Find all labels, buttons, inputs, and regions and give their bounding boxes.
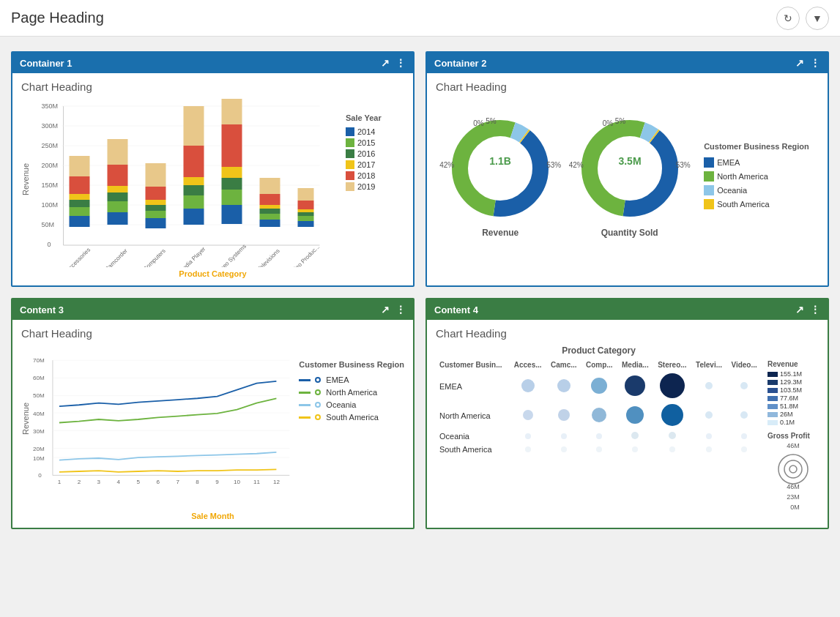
row-header-label: Customer Busin... — [436, 359, 510, 371]
expand-icon-4[interactable]: ↗ — [795, 304, 804, 315]
line-legend-na: North America — [299, 388, 404, 397]
legend-title: Sale Year — [346, 113, 404, 122]
svg-text:6: 6 — [156, 479, 160, 485]
content-4-chart-heading: Chart Heading — [436, 327, 819, 340]
dot-oceania-stereo — [653, 430, 691, 443]
row-label-oceania: Oceania — [436, 430, 510, 443]
dot-oceania-camc — [546, 430, 581, 443]
col-header-camc: Camc... — [546, 359, 581, 371]
svg-rect-17 — [70, 216, 90, 227]
content-3-body: Chart Heading Revenue — [12, 320, 413, 528]
svg-rect-42 — [222, 190, 242, 205]
container-2-title: Container 2 — [434, 58, 487, 69]
svg-rect-58 — [298, 188, 314, 201]
dot-sa-comp — [581, 443, 617, 456]
svg-text:60M: 60M — [33, 375, 45, 381]
svg-rect-19 — [70, 200, 90, 207]
donut-svg-revenue: 1.1B — [445, 113, 555, 223]
table-row-sa: South America — [436, 443, 762, 456]
svg-text:5: 5 — [136, 479, 140, 485]
more-icon-3[interactable]: ⋮ — [395, 304, 406, 315]
container-1-body: Chart Heading Revenue — [12, 73, 413, 285]
svg-text:350M: 350M — [42, 102, 59, 110]
svg-rect-46 — [222, 99, 242, 124]
container-2-chart-heading: Chart Heading — [436, 81, 819, 93]
svg-text:20M: 20M — [33, 446, 45, 452]
legend-item-2016: 2016 — [346, 149, 404, 158]
expand-icon-2[interactable]: ↗ — [795, 57, 804, 69]
col-header-televi: Televi... — [691, 359, 726, 371]
svg-point-106 — [784, 460, 802, 478]
svg-text:9: 9 — [215, 479, 219, 485]
donut-quantity: 3.5M 5% 0% 42% 53% Quantity Sold — [575, 113, 685, 238]
table-row-emea: EMEA — [436, 371, 762, 402]
dot-matrix-table: Customer Busin... Acces... Camc... Comp.… — [436, 359, 762, 456]
row-label-sa: South America — [436, 443, 510, 456]
more-icon[interactable]: ⋮ — [395, 57, 406, 69]
container-1: Container 1 ↗ ⋮ Chart Heading Revenue — [11, 51, 415, 287]
gross-profit-scale: Gross Profit 46M 46M — [767, 432, 819, 512]
col-header-video: Video... — [726, 359, 762, 371]
dot-na-televi — [691, 402, 726, 430]
revenue-scale: Revenue 155.1M 129.3M 103.5M 77.6M 51.8M… — [767, 360, 819, 426]
svg-rect-29 — [146, 218, 166, 228]
revenue-scale-title: Revenue — [767, 360, 819, 368]
svg-rect-47 — [260, 220, 280, 227]
dot-sa-stereo — [653, 443, 691, 456]
legend-color-2016 — [346, 149, 354, 158]
table-row-na: North America — [436, 402, 762, 430]
svg-rect-20 — [70, 194, 90, 200]
y-axis-label-3: Revenue — [21, 345, 30, 492]
row-label-na: North America — [436, 402, 510, 430]
expand-icon-3[interactable]: ↗ — [381, 304, 390, 315]
expand-icon[interactable]: ↗ — [381, 57, 390, 69]
content-4: Content 4 ↗ ⋮ Chart Heading Product Cate… — [425, 298, 829, 529]
refresh-button[interactable]: ↻ — [776, 7, 800, 30]
legend-color-2015 — [346, 138, 354, 147]
svg-rect-35 — [184, 209, 204, 225]
svg-rect-30 — [146, 211, 166, 218]
container-1-actions: ↗ ⋮ — [381, 57, 406, 69]
rev-bar-6: 26M — [767, 411, 819, 418]
svg-rect-33 — [146, 187, 166, 200]
legend-color-2019 — [346, 182, 354, 191]
dot-na-acces — [510, 402, 546, 430]
svg-rect-36 — [184, 195, 204, 209]
line-legend-sa: South America — [299, 413, 404, 422]
svg-text:4: 4 — [117, 479, 121, 485]
more-icon-4[interactable]: ⋮ — [810, 304, 820, 315]
dashboard-area: Container 1 ↗ ⋮ Chart Heading Revenue — [0, 37, 840, 544]
header-actions: ↻ ▼ — [776, 7, 829, 30]
legend-item-2017: 2017 — [346, 160, 404, 169]
dot-oceania-comp — [581, 430, 617, 443]
dot-emea-video — [726, 371, 762, 402]
legend-item-sa: South America — [704, 199, 809, 209]
y-axis-label-1: Revenue — [21, 99, 30, 260]
legend-item-emea: EMEA — [704, 157, 809, 168]
dot-sa-video — [726, 443, 762, 456]
svg-text:Accessories: Accessories — [64, 247, 92, 267]
svg-text:3.5M: 3.5M — [618, 155, 641, 167]
dot-sa-media — [617, 443, 653, 456]
svg-rect-25 — [108, 192, 128, 201]
page-header: Page Heading ↻ ▼ — [0, 0, 840, 37]
content-3-title: Content 3 — [20, 304, 64, 315]
dot-emea-stereo — [653, 371, 691, 402]
dot-na-stereo — [653, 402, 691, 430]
more-icon-2[interactable]: ⋮ — [810, 57, 820, 69]
legend-item-2015: 2015 — [346, 138, 404, 147]
legend-item-2018: 2018 — [346, 171, 404, 180]
svg-text:40M: 40M — [33, 411, 45, 417]
svg-text:Computers: Computers — [142, 247, 167, 267]
svg-rect-45 — [222, 124, 242, 167]
dot-oceania-media — [617, 430, 653, 443]
container-2-body: Chart Heading — [427, 73, 828, 245]
svg-text:50M: 50M — [33, 392, 45, 399]
col-header-comp: Comp... — [581, 359, 617, 371]
svg-rect-21 — [70, 176, 90, 194]
legend-color-2017 — [346, 160, 354, 169]
donut-label-quantity: Quantity Sold — [601, 228, 658, 238]
gp-bubbles: 46M 46M 23M 0M — [767, 442, 819, 512]
rev-bar-1: 155.1M — [767, 370, 819, 378]
filter-button[interactable]: ▼ — [806, 7, 829, 30]
